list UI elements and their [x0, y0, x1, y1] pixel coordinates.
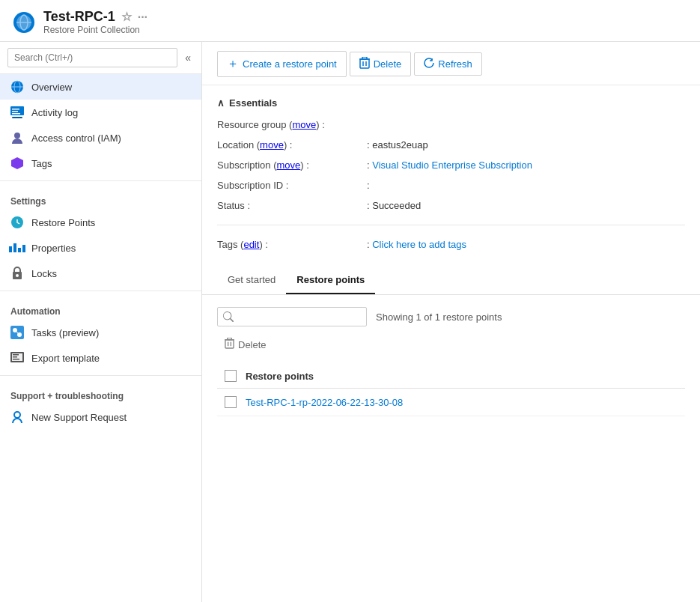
automation-divider — [0, 291, 201, 291]
sidebar-item-properties[interactable]: Properties — [0, 235, 201, 261]
sidebar-item-tasks[interactable]: Tasks (preview) — [0, 320, 201, 345]
resource-type-text: Restore Point Collection — [43, 25, 147, 35]
tags-icon — [10, 156, 24, 170]
svg-rect-31 — [362, 57, 367, 59]
resource-group-value — [367, 118, 685, 132]
favorite-icon[interactable]: ☆ — [121, 10, 132, 24]
toolbar: ＋ Create a restore point Delete Refresh — [202, 42, 700, 85]
svg-point-26 — [14, 412, 20, 418]
essentials-separator — [217, 225, 685, 225]
sidebar-item-tasks-label: Tasks (preview) — [31, 327, 99, 338]
properties-icon — [10, 241, 24, 255]
subscription-move-link[interactable]: move — [276, 159, 300, 171]
subscription-id-label: Subscription ID : — [217, 178, 367, 192]
svg-rect-24 — [13, 356, 17, 358]
row-checkbox[interactable] — [225, 396, 237, 408]
location-move-link[interactable]: move — [260, 139, 284, 150]
settings-divider — [0, 180, 201, 181]
sidebar-item-locks-label: Locks — [31, 268, 57, 279]
activity-log-icon — [10, 106, 24, 119]
status-label: Status : — [217, 198, 367, 213]
restore-delete-icon — [225, 338, 234, 351]
tab-restore-points[interactable]: Restore points — [286, 267, 375, 294]
more-options-icon[interactable]: ··· — [138, 10, 147, 24]
support-divider — [0, 375, 201, 376]
tags-value: : Click here to add tags — [367, 237, 685, 252]
iam-icon — [10, 131, 24, 145]
restore-count-text: Showing 1 of 1 restore points — [376, 311, 502, 323]
svg-rect-9 — [12, 109, 19, 110]
globe-icon — [10, 80, 24, 94]
svg-point-16 — [16, 274, 19, 277]
content-tabs: Get started Restore points — [202, 267, 700, 295]
plus-icon: ＋ — [227, 56, 239, 72]
export-template-icon — [10, 351, 24, 365]
sidebar-item-locks[interactable]: Locks — [0, 261, 201, 286]
sidebar-item-restore-points[interactable]: Restore Points — [0, 210, 201, 235]
resource-name: Test-RPC-1 ☆ ··· — [43, 9, 147, 25]
resource-icon — [12, 10, 36, 34]
restore-point-link[interactable]: Test-RPC-1-rp-2022-06-22-13-30-08 — [246, 397, 403, 408]
add-tags-link[interactable]: Click here to add tags — [372, 239, 466, 250]
svg-rect-27 — [360, 59, 369, 68]
essentials-section: ∧ Essentials Resource group (move) : Loc… — [202, 85, 700, 264]
sidebar-item-export-template[interactable]: Export template — [0, 345, 201, 371]
sidebar-item-iam[interactable]: Access control (IAM) — [0, 125, 201, 150]
search-bar: « — [0, 42, 201, 74]
collapse-button[interactable]: « — [182, 50, 194, 65]
sidebar-item-tags[interactable]: Tags — [0, 150, 201, 176]
header-checkbox[interactable] — [225, 370, 237, 382]
essentials-title: Essentials — [229, 97, 277, 109]
location-label: Location (move) : — [217, 138, 367, 152]
refresh-button[interactable]: Refresh — [414, 52, 482, 76]
table-header-row: Restore points — [217, 364, 685, 389]
search-input[interactable] — [7, 48, 177, 67]
location-value: : eastus2euap — [367, 138, 685, 152]
svg-marker-13 — [11, 157, 23, 169]
sidebar-item-tags-label: Tags — [31, 158, 52, 169]
subscription-id-value: : — [367, 178, 685, 192]
subscription-value: : Visual Studio Enterprise Subscription — [367, 158, 685, 172]
svg-rect-10 — [12, 111, 18, 112]
sidebar-item-overview[interactable]: Overview — [0, 74, 201, 100]
automation-section-label: Automation — [0, 296, 201, 320]
essentials-header[interactable]: ∧ Essentials — [217, 97, 685, 109]
essentials-grid: Resource group (move) : Location (move) … — [217, 118, 685, 252]
sidebar-item-activity-log-label: Activity log — [31, 107, 78, 118]
sidebar-item-new-support[interactable]: New Support Request — [0, 404, 201, 430]
svg-point-12 — [14, 133, 20, 139]
tags-edit-link[interactable]: edit — [243, 239, 259, 250]
subscription-link[interactable]: Visual Studio Enterprise Subscription — [372, 159, 532, 171]
tags-label: Tags (edit) : — [217, 237, 367, 252]
sidebar-item-export-template-label: Export template — [31, 353, 100, 364]
restore-delete-button[interactable]: Delete — [217, 334, 274, 355]
restore-search-input[interactable] — [217, 307, 367, 326]
refresh-icon — [424, 58, 434, 70]
create-restore-point-label: Create a restore point — [243, 58, 337, 70]
resource-group-move-link[interactable]: move — [292, 119, 316, 130]
tab-get-started[interactable]: Get started — [217, 267, 286, 294]
main-layout: « Overview Activity log Access control (… — [0, 42, 700, 602]
support-icon — [10, 410, 24, 424]
locks-icon — [10, 267, 24, 280]
restore-table: Showing 1 of 1 restore points Delete Res… — [202, 295, 700, 428]
restore-search-row: Showing 1 of 1 restore points — [217, 307, 685, 326]
sidebar-item-activity-log[interactable]: Activity log — [0, 100, 201, 125]
chevron-up-icon: ∧ — [217, 97, 225, 109]
refresh-label: Refresh — [438, 58, 472, 70]
restore-points-icon — [10, 216, 24, 229]
delete-button[interactable]: Delete — [350, 52, 412, 76]
settings-section-label: Settings — [0, 186, 201, 210]
tasks-icon — [10, 326, 24, 339]
subscription-label: Subscription (move) : — [217, 158, 367, 172]
sidebar-item-overview-label: Overview — [31, 82, 72, 93]
restore-actions: Delete — [217, 334, 685, 355]
sidebar-item-restore-points-label: Restore Points — [31, 217, 95, 228]
resource-name-text: Test-RPC-1 — [43, 9, 115, 25]
restore-delete-label: Delete — [238, 339, 267, 350]
page-header: Test-RPC-1 ☆ ··· Restore Point Collectio… — [0, 0, 700, 42]
status-value: : Succeeded — [367, 198, 685, 213]
header-title-group: Test-RPC-1 ☆ ··· Restore Point Collectio… — [43, 9, 147, 35]
support-section-label: Support + troubleshooting — [0, 380, 201, 404]
create-restore-point-button[interactable]: ＋ Create a restore point — [217, 51, 347, 77]
